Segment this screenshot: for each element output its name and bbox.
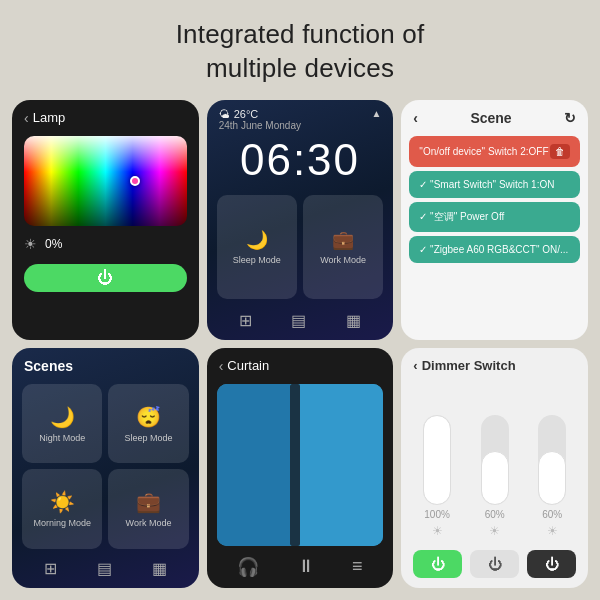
scene-row-3[interactable]: ✓ "空调" Power Off <box>409 202 580 232</box>
scene-refresh-icon[interactable]: ↻ <box>564 110 576 126</box>
lamp-title: Lamp <box>33 110 66 125</box>
phone-scene: ‹ Scene ↻ "On/off device" Switch 2:OFF 🗑… <box>401 100 588 340</box>
scene-row-1-text: "On/off device" Switch 2:OFF <box>419 146 548 157</box>
scene-row-1[interactable]: "On/off device" Switch 2:OFF 🗑 <box>409 136 580 167</box>
layout-nav-icon[interactable]: ▤ <box>97 559 112 578</box>
back-icon[interactable]: ‹ <box>24 110 29 126</box>
work-mode-label: Work Mode <box>320 255 366 265</box>
slider-track-2[interactable] <box>481 415 509 505</box>
clock-date: 24th June Monday <box>207 120 394 131</box>
sleep-mode-widget[interactable]: 🌙 Sleep Mode <box>217 195 297 299</box>
slider-value-3: 60% <box>542 509 562 520</box>
curtain-pause-icon[interactable]: ⏸ <box>297 556 315 578</box>
phone-clock: 🌤 26°C ▲ 24th June Monday 06:30 🌙 Sleep … <box>207 100 394 340</box>
scene-delete-icon[interactable]: 🗑 <box>550 144 570 159</box>
slider-fill-1 <box>423 415 451 505</box>
weather-icon: 🌤 <box>219 108 230 120</box>
dimmer-back-icon[interactable]: ‹ <box>413 358 417 373</box>
scene-row-3-text: ✓ "空调" Power Off <box>419 210 504 224</box>
phones-grid: ‹ Lamp ☀ 0% ⏻ 🌤 26°C ▲ 24th June Monday … <box>0 100 600 600</box>
scene-row-2[interactable]: ✓ "Smart Switch" Switch 1:ON <box>409 171 580 198</box>
layout-icon[interactable]: ▤ <box>291 311 306 330</box>
curtain-header: ‹ Curtain <box>207 348 394 380</box>
curtain-title: Curtain <box>227 358 269 373</box>
grid-icon[interactable]: ⊞ <box>239 311 252 330</box>
phone-curtain: ‹ Curtain 🎧 ⏸ ≡ <box>207 348 394 588</box>
slider-fill-2 <box>481 451 509 505</box>
scene-back-icon[interactable]: ‹ <box>413 110 418 126</box>
slider-fill-3 <box>538 451 566 505</box>
color-cursor[interactable] <box>130 176 140 186</box>
curtain-center-bar <box>290 384 300 546</box>
curtain-left-panel <box>217 384 290 546</box>
curtain-display <box>217 384 384 546</box>
night-mode-button[interactable]: 🌙 Night Mode <box>22 384 102 464</box>
work-mode-widget[interactable]: 💼 Work Mode <box>303 195 383 299</box>
dimmer-sliders: 100% ☀ 60% ☀ 60% ☀ <box>401 381 588 542</box>
morning-mode-button[interactable]: ☀️ Morning Mode <box>22 469 102 549</box>
briefcase-icon: 💼 <box>332 229 354 251</box>
curtain-close-icon[interactable]: ≡ <box>352 556 363 578</box>
scenes-buttons-grid: 🌙 Night Mode 😴 Sleep Mode ☀️ Morning Mod… <box>12 380 199 553</box>
sleep-mode-label: Sleep Mode <box>124 433 172 443</box>
morning-mode-label: Morning Mode <box>33 518 91 528</box>
slider-sun-1: ☀ <box>432 524 443 538</box>
curtain-open-icon[interactable]: 🎧 <box>237 556 259 578</box>
clock-nav: ⊞ ▤ ▦ <box>207 305 394 340</box>
slider-value-2: 60% <box>485 509 505 520</box>
grid-nav-icon[interactable]: ⊞ <box>44 559 57 578</box>
headline: Integrated function of multiple devices <box>176 18 425 86</box>
lamp-header: ‹ Lamp <box>12 100 199 132</box>
lamp-brightness: ☀ 0% <box>12 230 199 258</box>
moon-icon: 🌙 <box>246 229 268 251</box>
curtain-right-panel <box>310 384 383 546</box>
scenes-title: Scenes <box>12 348 199 380</box>
color-wheel[interactable] <box>24 136 187 226</box>
scenes-nav: ⊞ ▤ ▦ <box>12 553 199 588</box>
curtain-back-icon[interactable]: ‹ <box>219 358 224 374</box>
slider-track-1[interactable] <box>423 415 451 505</box>
night-icon: 🌙 <box>50 405 75 429</box>
work-mode-label: Work Mode <box>126 518 172 528</box>
briefcase-icon: 💼 <box>136 490 161 514</box>
dimmer-power-off[interactable]: ⏻ <box>527 550 576 578</box>
phone-dimmer: ‹ Dimmer Switch 100% ☀ 60% ☀ <box>401 348 588 588</box>
phone-lamp: ‹ Lamp ☀ 0% ⏻ <box>12 100 199 340</box>
dimmer-slider-3: 60% ☀ <box>528 415 576 538</box>
dimmer-title: Dimmer Switch <box>422 358 516 373</box>
dimmer-header: ‹ Dimmer Switch <box>401 348 588 381</box>
scene-row-4[interactable]: ✓ "Zigbee A60 RGB&CCT" ON/... <box>409 236 580 263</box>
slider-track-3[interactable] <box>538 415 566 505</box>
scene-header: ‹ Scene ↻ <box>401 100 588 134</box>
headline-line2: multiple devices <box>206 53 394 83</box>
power-icon: ⏻ <box>97 269 113 287</box>
clock-widgets: 🌙 Sleep Mode 💼 Work Mode <box>207 189 394 305</box>
sleep-mode-button[interactable]: 😴 Sleep Mode <box>108 384 188 464</box>
slider-value-1: 100% <box>424 509 450 520</box>
scene-row-2-text: ✓ "Smart Switch" Switch 1:ON <box>419 179 554 190</box>
clock-weather: 🌤 26°C <box>219 108 259 120</box>
dimmer-slider-2: 60% ☀ <box>471 415 519 538</box>
dimmer-buttons: ⏻ ⏻ ⏻ <box>401 542 588 588</box>
scene-title: Scene <box>470 110 511 126</box>
temperature: 26°C <box>234 108 259 120</box>
dimmer-power-on-1[interactable]: ⏻ <box>413 550 462 578</box>
headline-line1: Integrated function of <box>176 19 425 49</box>
clock-status-bar: 🌤 26°C ▲ <box>207 100 394 120</box>
work-mode-button[interactable]: 💼 Work Mode <box>108 469 188 549</box>
apps-icon[interactable]: ▦ <box>346 311 361 330</box>
phone-scenes: Scenes 🌙 Night Mode 😴 Sleep Mode ☀️ Morn… <box>12 348 199 588</box>
sun-icon: ☀️ <box>50 490 75 514</box>
clock-time: 06:30 <box>207 131 394 189</box>
dimmer-slider-1: 100% ☀ <box>413 415 461 538</box>
dimmer-power-on-2[interactable]: ⏻ <box>470 550 519 578</box>
lamp-power-button[interactable]: ⏻ <box>24 264 187 292</box>
apps-nav-icon[interactable]: ▦ <box>152 559 167 578</box>
sleep-mode-label: Sleep Mode <box>233 255 281 265</box>
sleep-icon: 😴 <box>136 405 161 429</box>
curtain-controls: 🎧 ⏸ ≡ <box>207 550 394 588</box>
brightness-value: 0% <box>45 237 62 251</box>
night-mode-label: Night Mode <box>39 433 85 443</box>
slider-sun-3: ☀ <box>547 524 558 538</box>
wifi-icon: ▲ <box>371 108 381 119</box>
